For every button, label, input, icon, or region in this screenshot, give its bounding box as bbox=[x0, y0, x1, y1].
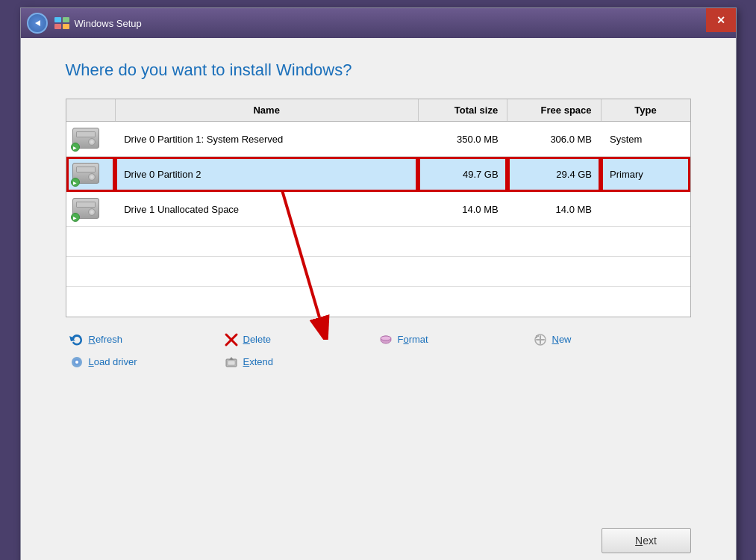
row3-total: 14.0 MB bbox=[418, 192, 507, 227]
row1-total: 350.0 MB bbox=[418, 122, 507, 157]
window-title: Windows Setup bbox=[75, 18, 142, 29]
extend-label: Extend bbox=[243, 356, 273, 367]
svg-rect-18 bbox=[228, 361, 235, 365]
svg-rect-3 bbox=[54, 24, 61, 29]
svg-point-16 bbox=[75, 361, 78, 364]
delete-link[interactable]: Delete bbox=[224, 332, 378, 347]
new-icon bbox=[533, 332, 548, 347]
table-row[interactable]: Drive 0 Partition 2 49.7 GB 29.4 GB Prim… bbox=[66, 157, 690, 192]
svg-rect-2 bbox=[63, 17, 69, 22]
table-row[interactable]: Drive 1 Unallocated Space 14.0 MB 14.0 M… bbox=[66, 192, 690, 227]
bottom-bar: Next bbox=[66, 517, 691, 553]
back-button[interactable] bbox=[27, 13, 48, 34]
next-button[interactable]: Next bbox=[602, 528, 691, 553]
svg-marker-19 bbox=[229, 357, 234, 360]
svg-rect-4 bbox=[63, 24, 69, 29]
close-button[interactable]: ✕ bbox=[706, 8, 736, 32]
row1-name: Drive 0 Partition 1: System Reserved bbox=[115, 122, 418, 157]
format-link[interactable]: Format bbox=[378, 332, 533, 347]
partition-table: Name Total size Free space Type bbox=[66, 99, 691, 317]
svg-point-10 bbox=[381, 336, 391, 340]
windows-setup-icon bbox=[54, 15, 70, 31]
delete-label: Delete bbox=[243, 334, 272, 345]
table-row[interactable]: Drive 0 Partition 1: System Reserved 350… bbox=[66, 122, 690, 157]
load-driver-icon bbox=[69, 355, 84, 370]
row3-type bbox=[601, 192, 690, 227]
col-icon bbox=[66, 99, 116, 122]
col-free-space: Free space bbox=[507, 99, 601, 122]
load-driver-label: Load driver bbox=[89, 356, 137, 367]
format-icon bbox=[378, 332, 393, 347]
new-label: New bbox=[552, 334, 572, 345]
col-name: Name bbox=[115, 99, 418, 122]
drive-icon-cell bbox=[66, 192, 116, 227]
drive-icon-cell bbox=[66, 157, 116, 192]
row2-total: 49.7 GB bbox=[418, 157, 507, 192]
row2-name: Drive 0 Partition 2 bbox=[115, 157, 418, 192]
row2-type: Primary bbox=[601, 157, 690, 192]
extend-link[interactable]: Extend bbox=[224, 355, 378, 370]
format-label: Format bbox=[398, 334, 428, 345]
row1-free: 306.0 MB bbox=[507, 122, 601, 157]
load-driver-link[interactable]: Load driver bbox=[69, 355, 224, 370]
row3-free: 14.0 MB bbox=[507, 192, 601, 227]
refresh-label: Refresh bbox=[89, 334, 123, 345]
refresh-icon bbox=[69, 332, 84, 347]
svg-rect-1 bbox=[54, 17, 61, 22]
refresh-link[interactable]: Refresh bbox=[69, 332, 224, 347]
row1-type: System bbox=[601, 122, 690, 157]
page-heading: Where do you want to install Windows? bbox=[66, 60, 691, 80]
drive-icon-cell bbox=[66, 122, 116, 157]
col-total-size: Total size bbox=[418, 99, 507, 122]
extend-icon bbox=[224, 355, 239, 370]
new-link[interactable]: New bbox=[533, 332, 687, 347]
svg-marker-0 bbox=[35, 20, 40, 26]
delete-icon bbox=[224, 332, 239, 347]
col-type: Type bbox=[601, 99, 690, 122]
row2-free: 29.4 GB bbox=[507, 157, 601, 192]
next-label: Next bbox=[635, 535, 657, 547]
row3-name: Drive 1 Unallocated Space bbox=[115, 192, 418, 227]
action-links-area: Refresh Delete bbox=[66, 332, 691, 370]
